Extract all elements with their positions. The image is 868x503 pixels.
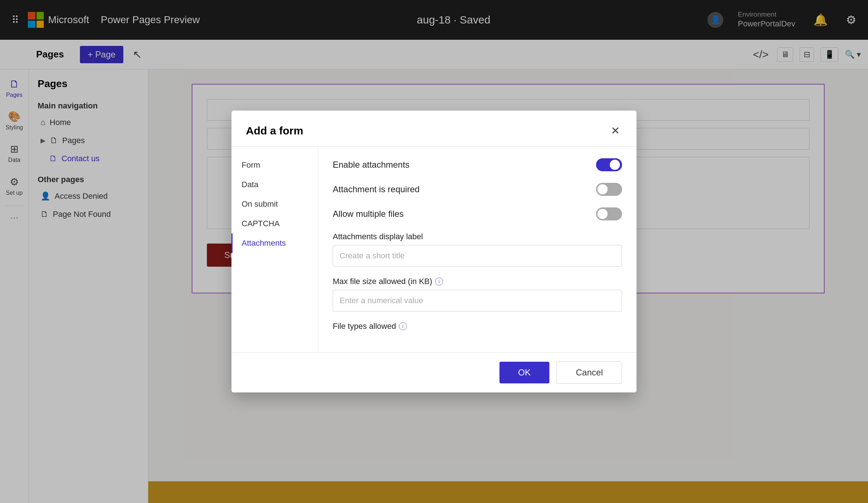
file-types-label: File types allowed i xyxy=(333,322,622,331)
modal-sidebar: Form Data On submit CAPTCHA Attachments xyxy=(231,147,318,352)
display-label-input[interactable] xyxy=(333,245,622,267)
modal-header: Add a form ✕ xyxy=(231,111,637,147)
max-file-size-group: Max file size allowed (in KB) i xyxy=(333,277,622,311)
file-types-group: File types allowed i xyxy=(333,322,622,331)
attachment-required-label: Attachment is required xyxy=(333,184,420,194)
enable-attachments-row: Enable attachments xyxy=(333,158,622,171)
enable-attachments-label: Enable attachments xyxy=(333,160,409,170)
modal-footer: OK Cancel xyxy=(231,352,637,392)
cancel-button[interactable]: Cancel xyxy=(557,361,622,384)
modal-attachments-content: Enable attachments Attachment is require… xyxy=(318,147,637,352)
toggle-knob-required xyxy=(597,184,608,194)
attachment-required-row: Attachment is required xyxy=(333,183,622,196)
file-types-info-icon[interactable]: i xyxy=(399,322,407,330)
toggle-knob-multiple xyxy=(597,209,608,219)
max-file-size-info-icon[interactable]: i xyxy=(435,278,443,285)
display-label-title: Attachments display label xyxy=(333,232,622,241)
attachment-required-toggle[interactable] xyxy=(596,183,622,196)
add-form-modal: Add a form ✕ Form Data On submit CAPTCHA… xyxy=(231,111,637,392)
modal-title: Add a form xyxy=(246,125,303,137)
display-label-group: Attachments display label xyxy=(333,232,622,267)
toggle-knob-enable xyxy=(610,160,620,170)
max-file-size-input[interactable] xyxy=(333,290,622,311)
ok-button[interactable]: OK xyxy=(499,362,550,383)
allow-multiple-row: Allow multiple files xyxy=(333,207,622,220)
modal-overlay: Add a form ✕ Form Data On submit CAPTCHA… xyxy=(0,0,868,503)
modal-nav-data[interactable]: Data xyxy=(231,175,318,194)
allow-multiple-label: Allow multiple files xyxy=(333,209,404,219)
modal-nav-attachments[interactable]: Attachments xyxy=(231,233,318,253)
modal-nav-form[interactable]: Form xyxy=(231,155,318,175)
modal-nav-captcha[interactable]: CAPTCHA xyxy=(231,214,318,233)
enable-attachments-toggle[interactable] xyxy=(596,158,622,171)
modal-close-button[interactable]: ✕ xyxy=(609,122,622,139)
modal-body: Form Data On submit CAPTCHA Attachments … xyxy=(231,147,637,352)
max-file-size-title: Max file size allowed (in KB) i xyxy=(333,277,622,286)
modal-nav-onsubmit[interactable]: On submit xyxy=(231,194,318,214)
allow-multiple-toggle[interactable] xyxy=(596,207,622,220)
